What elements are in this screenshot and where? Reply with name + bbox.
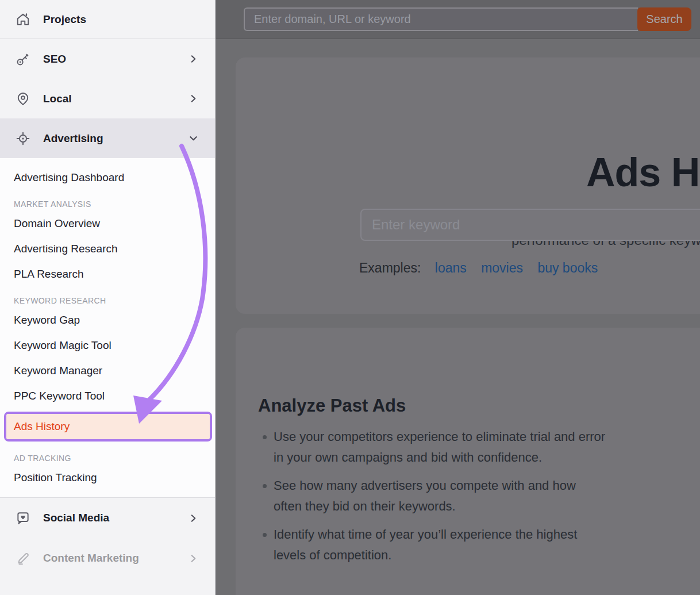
example-link-loans[interactable]: loans (435, 260, 467, 275)
submenu-section-ad-tracking: AD TRACKING (0, 444, 215, 465)
chevron-right-icon (189, 554, 198, 563)
section-heading: Analyze Past Ads (258, 396, 406, 416)
main-content-dimmed: Search Ads Histo Semrush Ads History Rep… (216, 0, 700, 595)
sidebar-item-advertising[interactable]: Advertising (0, 118, 215, 158)
sidebar-item-label: Content Marketing (43, 552, 189, 565)
examples-label: Examples: (359, 260, 421, 275)
page-title: Ads Histo (586, 149, 700, 195)
examples-row: Examples: loans movies buy books (359, 260, 609, 276)
top-search-bar: Search (216, 0, 700, 39)
example-link-movies[interactable]: movies (481, 260, 523, 275)
sidebar: Projects SEO Local (0, 0, 216, 595)
submenu-item-advertising-research[interactable]: Advertising Research (0, 236, 215, 262)
key-icon (15, 51, 31, 67)
submenu-item-ads-history[interactable]: Ads History (6, 414, 210, 439)
sidebar-item-content-marketing[interactable]: Content Marketing (0, 538, 215, 578)
benefit-item: Identify what time of year you’ll experi… (261, 524, 606, 566)
target-icon (15, 130, 31, 147)
sidebar-item-seo[interactable]: SEO (0, 39, 215, 79)
sidebar-item-social-media[interactable]: Social Media (0, 498, 215, 538)
submenu-item-position-tracking[interactable]: Position Tracking (0, 465, 215, 490)
chevron-right-icon (189, 94, 198, 103)
submenu-item-keyword-manager[interactable]: Keyword Manager (0, 358, 215, 383)
submenu-item-pla-research[interactable]: PLA Research (0, 262, 215, 287)
chevron-right-icon (189, 55, 198, 63)
location-pin-icon (15, 91, 31, 107)
sidebar-item-label: Social Media (43, 512, 189, 524)
submenu-item-keyword-gap[interactable]: Keyword Gap (0, 308, 215, 333)
submenu-section-keyword-research: KEYWORD RESEARCH (0, 287, 215, 308)
sidebar-item-label: Local (43, 93, 189, 105)
social-media-icon (15, 510, 31, 526)
submenu-item-advertising-dashboard[interactable]: Advertising Dashboard (0, 165, 215, 190)
example-link-buy-books[interactable]: buy books (537, 260, 598, 275)
keyword-input[interactable] (360, 209, 700, 241)
pencil-icon (15, 550, 31, 566)
benefit-item: See how many advertisers you compete wit… (261, 475, 606, 517)
sidebar-item-local[interactable]: Local (0, 79, 215, 118)
submenu-item-domain-overview[interactable]: Domain Overview (0, 211, 215, 236)
submenu-item-ppc-keyword-tool[interactable]: PPC Keyword Tool (0, 383, 215, 409)
domain-search-input[interactable] (244, 7, 638, 31)
sidebar-item-projects[interactable]: Projects (0, 0, 215, 39)
advertising-submenu: Advertising Dashboard MARKET ANALYSIS Do… (0, 158, 215, 497)
chevron-down-icon (189, 134, 198, 143)
sidebar-item-label: Projects (43, 13, 215, 26)
ads-history-hero-card: Ads Histo Semrush Ads History Report is … (236, 57, 700, 314)
sidebar-bottom-section: Social Media Content Marketing (0, 497, 215, 578)
benefit-item: Use your competitors experience to elimi… (261, 427, 606, 468)
sidebar-item-label: SEO (43, 53, 189, 66)
submenu-item-keyword-magic-tool[interactable]: Keyword Magic Tool (0, 333, 215, 358)
sidebar-item-label: Advertising (43, 132, 189, 145)
search-button[interactable]: Search (637, 7, 691, 31)
benefits-list: Use your competitors experience to elimi… (261, 427, 606, 573)
home-icon (15, 11, 31, 28)
analyze-past-ads-card: Analyze Past Ads Use your competitors ex… (236, 328, 700, 595)
submenu-section-market-analysis: MARKET ANALYSIS (0, 190, 215, 211)
annotation-highlight-box: Ads History (4, 412, 212, 442)
chevron-right-icon (189, 514, 198, 523)
